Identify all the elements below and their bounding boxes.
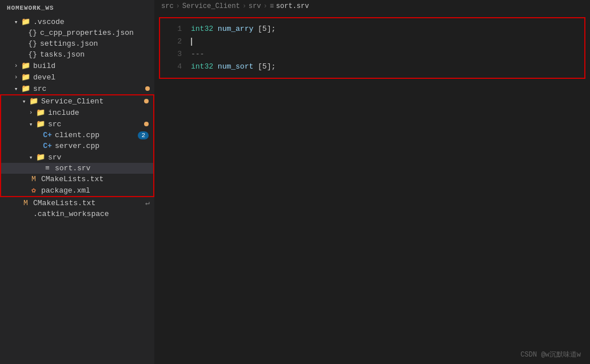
sidebar-item-catkin[interactable]: .catkin_workspace: [0, 209, 154, 219]
code-content-4: int32 num_sort [5];: [191, 61, 276, 73]
code-content-2: [191, 35, 192, 48]
chevron-include: ›: [26, 109, 35, 116]
label-c-cpp: c_cpp_properties.json: [40, 29, 154, 37]
sidebar-item-client-cpp[interactable]: C+ client.cpp 2: [1, 130, 153, 141]
label-server-cpp: server.cpp: [55, 142, 153, 150]
sidebar-item-service-client[interactable]: ▾ 📁 Service_Client: [1, 95, 153, 107]
dot-src2: [144, 122, 149, 126]
line-num-2: 2: [165, 35, 182, 48]
app-container: HOMEWORK_WS ▾ 📁 .vscode {} c_cpp_propert…: [0, 0, 590, 364]
watermark: CSDN @w沉默味道w: [520, 350, 581, 359]
code-content-3: ---: [191, 48, 204, 61]
bracket-1: [5];: [258, 25, 276, 33]
folder-icon-src: 📁: [21, 84, 31, 93]
folder-icon-service-client: 📁: [29, 97, 39, 106]
sidebar-item-src[interactable]: ▾ 📁 src: [0, 83, 154, 94]
label-devel: devel: [33, 73, 154, 82]
label-package-sc: package.xml: [41, 186, 153, 195]
var-name-1: num_arry: [218, 25, 253, 33]
folder-icon-devel: 📁: [21, 73, 31, 82]
chevron-vscode: ▾: [11, 18, 21, 26]
cursor: [191, 38, 192, 46]
sidebar-item-package-sc[interactable]: ✿ package.xml: [1, 185, 153, 196]
label-src: src: [33, 85, 145, 93]
cmake-icon-sc: M: [29, 175, 39, 183]
sidebar: HOMEWORK_WS ▾ 📁 .vscode {} c_cpp_propert…: [0, 0, 154, 364]
folder-icon-src2: 📁: [35, 119, 46, 129]
sep3: ›: [263, 2, 267, 10]
sidebar-item-devel[interactable]: › 📁 devel: [0, 71, 154, 83]
sidebar-item-c-cpp[interactable]: {} c_cpp_properties.json: [0, 27, 154, 38]
code-editor[interactable]: 1 int32 num_arry [5]; 2 3 -: [154, 13, 590, 364]
xml-icon-sc: ✿: [29, 186, 39, 195]
breadcrumb: src › Service_Client › srv › ≡ sort.srv: [154, 0, 590, 13]
sidebar-item-srv[interactable]: ▾ 📁 srv: [1, 151, 153, 163]
sidebar-item-include[interactable]: › 📁 include: [1, 107, 153, 118]
label-service-client: Service_Client: [41, 97, 144, 106]
badge-client-cpp: 2: [138, 131, 149, 139]
chevron-srv: ▾: [26, 154, 35, 161]
line-num-3: 3: [165, 48, 182, 61]
code-line-1: 1 int32 num_arry [5];: [160, 23, 584, 35]
breadcrumb-filename: sort.srv: [276, 2, 309, 10]
code-line-2: 2: [160, 35, 584, 48]
code-editor-inner: 1 int32 num_arry [5]; 2 3 -: [159, 17, 585, 79]
var-name-4: num_sort: [218, 62, 253, 71]
dot-src: [145, 86, 150, 91]
label-vscode: .vscode: [33, 18, 154, 26]
breadcrumb-file-icon: ≡: [270, 2, 274, 10]
chevron-build: ›: [11, 62, 21, 69]
sidebar-item-vscode[interactable]: ▾ 📁 .vscode: [0, 16, 154, 27]
sidebar-highlight-section: ▾ 📁 Service_Client › 📁 include ▾ 📁 src C…: [0, 94, 154, 197]
label-srv: srv: [48, 153, 153, 162]
sidebar-item-settings[interactable]: {} settings.json: [0, 38, 154, 49]
cpp-icon-client: C+: [42, 131, 53, 139]
sidebar-item-build[interactable]: › 📁 build: [0, 60, 154, 71]
arrow-cmake-root: ↵: [145, 198, 150, 207]
sidebar-item-cmake-root[interactable]: M CMakeLists.txt ↵: [0, 197, 154, 209]
folder-icon-vscode: 📁: [21, 17, 31, 26]
sidebar-item-cmake-sc[interactable]: M CMakeLists.txt: [1, 174, 153, 185]
sidebar-item-tasks[interactable]: {} tasks.json: [0, 49, 154, 60]
bracket-4: [5];: [258, 62, 276, 71]
code-line-3: 3 ---: [160, 48, 584, 61]
breadcrumb-service-client: Service_Client: [182, 2, 240, 10]
line-num-1: 1: [165, 23, 182, 35]
dot-service-client: [144, 99, 149, 103]
json-icon-settings: {}: [27, 39, 38, 48]
editor-area: src › Service_Client › srv › ≡ sort.srv …: [154, 0, 590, 364]
chevron-src: ▾: [11, 85, 21, 93]
label-cmake-sc: CMakeLists.txt: [41, 175, 153, 183]
type-keyword-1: int32: [191, 25, 213, 33]
label-settings: settings.json: [40, 39, 154, 48]
workspace-title: HOMEWORK_WS: [0, 0, 154, 16]
label-cmake-root: CMakeLists.txt: [33, 199, 145, 207]
label-src2: src: [48, 120, 144, 129]
sep1: ›: [176, 2, 180, 10]
label-sort-srv: sort.srv: [55, 164, 153, 173]
breadcrumb-srv: srv: [249, 2, 261, 10]
type-keyword-4: int32: [191, 62, 213, 71]
label-client-cpp: client.cpp: [55, 131, 138, 139]
folder-icon-include: 📁: [35, 108, 46, 117]
cpp-icon-server: C+: [42, 142, 53, 150]
json-icon-c-cpp: {}: [27, 29, 38, 37]
chevron-src2: ▾: [26, 121, 35, 128]
sidebar-item-src2[interactable]: ▾ 📁 src: [1, 118, 153, 130]
cmake-icon-root: M: [21, 199, 31, 207]
json-icon-tasks: {}: [27, 50, 38, 59]
code-content-1: int32 num_arry [5];: [191, 23, 276, 35]
label-build: build: [33, 62, 154, 70]
sidebar-item-sort-srv[interactable]: ≡ sort.srv: [1, 163, 153, 174]
code-line-4: 4 int32 num_sort [5];: [160, 61, 584, 73]
label-tasks: tasks.json: [40, 50, 154, 59]
folder-icon-build: 📁: [21, 61, 31, 70]
breadcrumb-src: src: [161, 2, 174, 10]
sidebar-item-server-cpp[interactable]: C+ server.cpp: [1, 141, 153, 151]
srv-icon-sort: ≡: [42, 164, 53, 173]
chevron-devel: ›: [11, 74, 21, 81]
chevron-service-client: ▾: [19, 98, 29, 105]
label-include: include: [48, 109, 153, 117]
line-num-4: 4: [165, 61, 182, 73]
label-catkin: .catkin_workspace: [33, 210, 154, 218]
